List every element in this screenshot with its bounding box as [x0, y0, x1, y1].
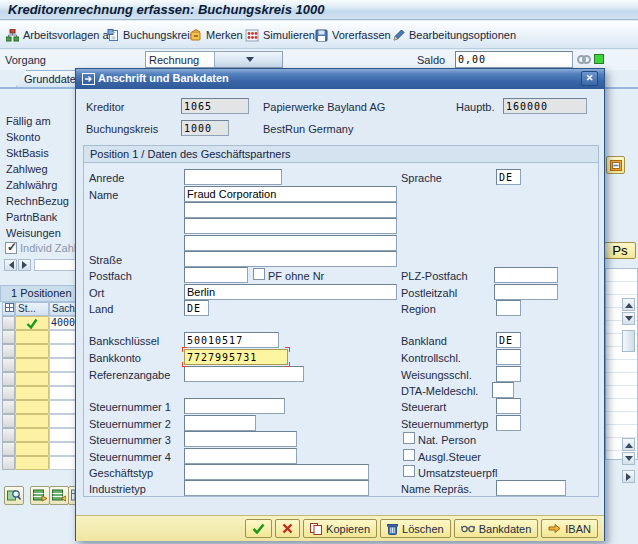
- cancel-button[interactable]: [275, 519, 300, 538]
- status-cell[interactable]: [15, 358, 49, 372]
- row-selector[interactable]: [2, 400, 15, 414]
- geschaeftstyp-field[interactable]: [184, 464, 369, 480]
- table-select-all-header[interactable]: [2, 302, 15, 316]
- status-cell[interactable]: [15, 414, 49, 428]
- postleitzahl-field[interactable]: [494, 284, 558, 300]
- name-line4-field[interactable]: [184, 235, 397, 251]
- name-field[interactable]: [184, 186, 397, 202]
- status-cell[interactable]: [15, 456, 49, 470]
- bearbeitungsoptionen-button[interactable]: Bearbeitungsoptionen: [392, 25, 516, 45]
- delete-row-icon: [52, 489, 66, 502]
- page-down-icon[interactable]: [622, 452, 635, 465]
- status-cell[interactable]: [15, 442, 49, 456]
- confirm-button[interactable]: [245, 519, 272, 538]
- simulieren-button[interactable]: Simulieren: [245, 25, 315, 45]
- ops-button[interactable]: Ps: [604, 242, 636, 259]
- tax-detail-button[interactable]: [606, 156, 625, 174]
- row-selector[interactable]: [2, 442, 15, 456]
- status-cell[interactable]: [15, 400, 49, 414]
- close-icon[interactable]: ✕: [581, 71, 598, 86]
- region-field[interactable]: [496, 300, 521, 316]
- status-cell[interactable]: [15, 372, 49, 386]
- row-selector[interactable]: [2, 344, 15, 358]
- insert-row-button[interactable]: [30, 486, 50, 505]
- bankkonto-field[interactable]: [184, 349, 288, 365]
- scroll-right-icon[interactable]: [18, 259, 31, 271]
- status-cell[interactable]: [15, 344, 49, 358]
- anrede-field[interactable]: [184, 169, 282, 185]
- status-cell[interactable]: [15, 316, 49, 330]
- steuernummer4-field[interactable]: [184, 448, 297, 464]
- steuernummer2-field[interactable]: [184, 415, 256, 431]
- steuernummer1-field[interactable]: [184, 398, 285, 414]
- page-up-icon[interactable]: [622, 438, 635, 451]
- steuerart-field[interactable]: [496, 398, 521, 414]
- scroll-left-icon[interactable]: [4, 259, 17, 271]
- umsatzsteuerpfl-checkbox[interactable]: [403, 465, 415, 477]
- kontrollschl-field[interactable]: [496, 349, 521, 365]
- loeschen-button[interactable]: Löschen: [380, 519, 451, 538]
- saldo-field[interactable]: [455, 51, 573, 68]
- buchungskreis-field[interactable]: [181, 120, 229, 136]
- dta-meldeschl-field[interactable]: [492, 382, 514, 398]
- scroll-up-icon[interactable]: [622, 298, 635, 311]
- arbeitsvorlagen-button[interactable]: Arbeitsvorlagen an: [6, 25, 115, 45]
- hauptbuch-field[interactable]: [503, 98, 587, 114]
- postfach-field[interactable]: [184, 267, 248, 283]
- bankland-field[interactable]: [496, 332, 521, 348]
- chevron-down-icon[interactable]: [214, 52, 283, 67]
- row-selector[interactable]: [2, 330, 15, 344]
- delete-row-button[interactable]: [49, 486, 69, 505]
- row-selector[interactable]: [2, 316, 15, 330]
- pf-ohne-nr-checkbox[interactable]: [253, 268, 265, 280]
- scroll-right-icon[interactable]: [622, 470, 635, 483]
- buchungskreis-button[interactable]: Buchungskreis: [107, 25, 195, 45]
- land-field[interactable]: [184, 300, 209, 316]
- postfach-label: Postfach: [89, 270, 132, 283]
- horizontal-scrollbar[interactable]: [4, 259, 75, 272]
- row-selector[interactable]: [2, 456, 15, 470]
- referenzangabe-field[interactable]: [184, 366, 304, 382]
- scrollbar-track[interactable]: [34, 259, 79, 271]
- sprache-field[interactable]: [496, 169, 521, 185]
- merken-button[interactable]: Merken: [189, 25, 243, 45]
- grid-select-icon: [5, 303, 14, 312]
- kopieren-button[interactable]: Kopieren: [303, 519, 377, 538]
- name-repraes-field[interactable]: [496, 480, 566, 496]
- arrow-icon: [548, 523, 561, 534]
- vertical-scrollbar-thumb[interactable]: [622, 330, 635, 352]
- nat-person-checkbox[interactable]: [403, 432, 415, 444]
- kreditor-label: Kreditor: [86, 101, 125, 114]
- row-selector[interactable]: [2, 358, 15, 372]
- industrietyp-field[interactable]: [184, 480, 369, 496]
- table-filter-button[interactable]: [4, 486, 24, 505]
- name-line3-field[interactable]: [184, 218, 397, 234]
- iban-button[interactable]: IBAN: [541, 519, 598, 538]
- strasse-field[interactable]: [184, 251, 397, 267]
- row-selector[interactable]: [2, 414, 15, 428]
- kreditor-field[interactable]: [181, 98, 249, 114]
- scroll-down-icon[interactable]: [622, 312, 635, 325]
- ort-field[interactable]: [184, 284, 397, 300]
- dialog-titlebar[interactable]: Anschrift und Bankdaten ✕: [76, 69, 604, 89]
- vorgang-select[interactable]: Rechnung: [145, 51, 283, 68]
- row-selector[interactable]: [2, 428, 15, 442]
- individ-zahlung-checkbox[interactable]: [5, 242, 17, 254]
- vorerfassen-button[interactable]: Vorerfassen: [315, 25, 391, 45]
- bankdaten-button[interactable]: Bankdaten: [454, 519, 539, 538]
- status-cell[interactable]: [15, 428, 49, 442]
- buchungskreis-label: Buchungskreis: [86, 123, 158, 136]
- bankschluessel-field[interactable]: [184, 332, 279, 348]
- name-line2-field[interactable]: [184, 202, 397, 218]
- steuernummer3-field[interactable]: [184, 431, 297, 447]
- table-header-status[interactable]: St...: [15, 302, 49, 316]
- status-cell[interactable]: [15, 330, 49, 344]
- status-cell[interactable]: [15, 386, 49, 400]
- focus-corner: [182, 347, 187, 352]
- steuernummertyp-field[interactable]: [496, 415, 521, 431]
- row-selector[interactable]: [2, 372, 15, 386]
- plz-postfach-field[interactable]: [494, 267, 558, 283]
- weisungsschl-field[interactable]: [496, 366, 521, 382]
- ausgl-steuer-checkbox[interactable]: [403, 449, 415, 461]
- row-selector[interactable]: [2, 386, 15, 400]
